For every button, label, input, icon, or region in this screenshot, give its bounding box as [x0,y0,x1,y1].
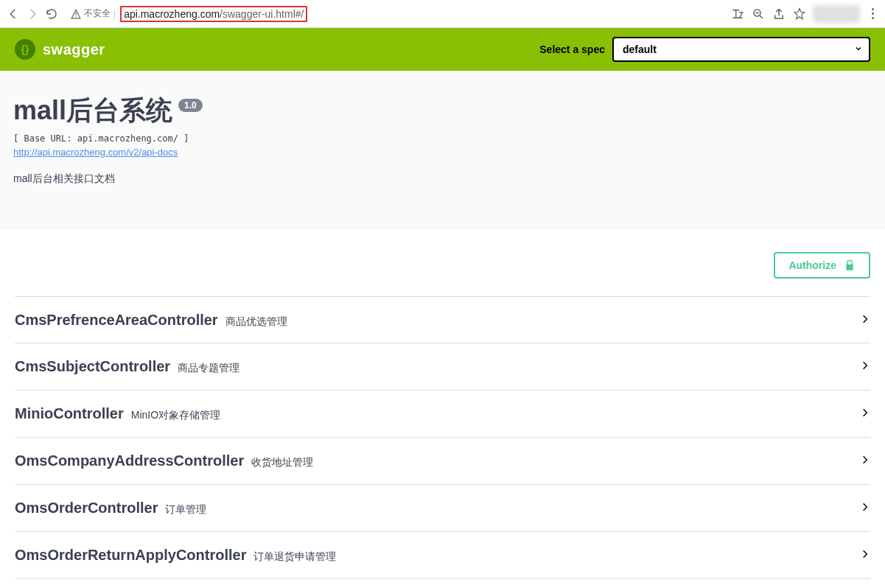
api-description: mall后台相关接口文档 [13,172,872,186]
swagger-topbar: {} swagger Select a spec default [0,28,885,71]
translate-icon[interactable] [730,7,745,21]
operation-tag[interactable]: MinioController MinIO对象存储管理 [15,391,870,438]
version-badge: 1.0 [178,99,203,112]
authorize-label: Authorize [788,259,836,271]
lock-icon [844,259,856,271]
operation-desc: 订单管理 [165,503,206,517]
address-bar[interactable]: 不安全 | api.macrozheng.com/swagger-ui.html… [63,4,723,24]
chevron-right-icon [860,407,870,420]
chevron-right-icon [860,502,870,514]
url-highlight: api.macrozheng.com/swagger-ui.html#/ [120,6,307,22]
operation-tag[interactable]: CmsPrefrenceAreaController 商品优选管理 [15,296,870,343]
spec-selector: Select a spec default [539,37,870,62]
operation-name: OmsCompanyAddressController [15,452,244,469]
chevron-right-icon [860,455,870,467]
auth-row: Authorize [0,230,885,289]
api-info-section: mall后台系统 1.0 [ Base URL: api.macrozheng.… [0,71,885,230]
operation-desc: 商品专题管理 [178,362,239,375]
reload-button[interactable] [44,7,59,21]
url-path: /swagger-ui.html#/ [220,8,304,20]
operation-tag[interactable]: OmsCompanyAddressController 收货地址管理 [15,438,870,485]
operation-name: MinioController [15,405,124,422]
bookmark-icon[interactable] [792,7,807,21]
chevron-right-icon [860,314,870,326]
api-title: mall后台系统 [13,93,172,129]
insecure-label: 不安全 [84,7,111,20]
browser-toolbar: 不安全 | api.macrozheng.com/swagger-ui.html… [0,0,885,28]
swagger-logo-icon: {} [15,39,35,60]
spec-label: Select a spec [539,43,605,55]
operation-tag[interactable]: OmsOrderReturnApplyController 订单退货申请管理 [15,532,870,579]
warning-icon [71,9,81,19]
operation-name: OmsOrderController [15,500,158,517]
back-button[interactable] [6,7,21,21]
browser-menu-button[interactable] [866,8,879,19]
share-icon[interactable] [772,7,786,21]
profile-avatar[interactable] [813,5,860,23]
chevron-right-icon [860,360,870,373]
url-host: api.macrozheng.com [124,8,220,20]
forward-button[interactable] [25,7,40,21]
brand: {} swagger [15,39,105,60]
operation-name: CmsSubjectController [15,358,170,375]
spec-select[interactable]: default [612,37,870,62]
zoom-icon[interactable] [751,7,766,21]
brand-text: swagger [43,41,105,58]
operation-name: CmsPrefrenceAreaController [15,312,218,329]
toolbar-right [727,5,879,23]
operation-name: OmsOrderReturnApplyController [15,547,246,564]
api-docs-link[interactable]: http://api.macrozheng.com/v2/api-docs [13,147,178,158]
operation-desc: 订单退货申请管理 [253,550,336,564]
operations-list: CmsPrefrenceAreaController 商品优选管理 CmsSub… [0,289,885,588]
operation-desc: 收货地址管理 [251,456,313,469]
operation-tag[interactable]: CmsSubjectController 商品专题管理 [15,343,870,391]
security-status: 不安全 | [71,7,116,20]
base-url: [ Base URL: api.macrozheng.com/ ] [13,133,872,144]
authorize-button[interactable]: Authorize [774,252,870,279]
operation-desc: MinIO对象存储管理 [131,409,220,422]
chevron-right-icon [860,549,870,561]
operation-tag[interactable]: OmsOrderController 订单管理 [15,485,870,532]
operation-desc: 商品优选管理 [225,315,287,329]
